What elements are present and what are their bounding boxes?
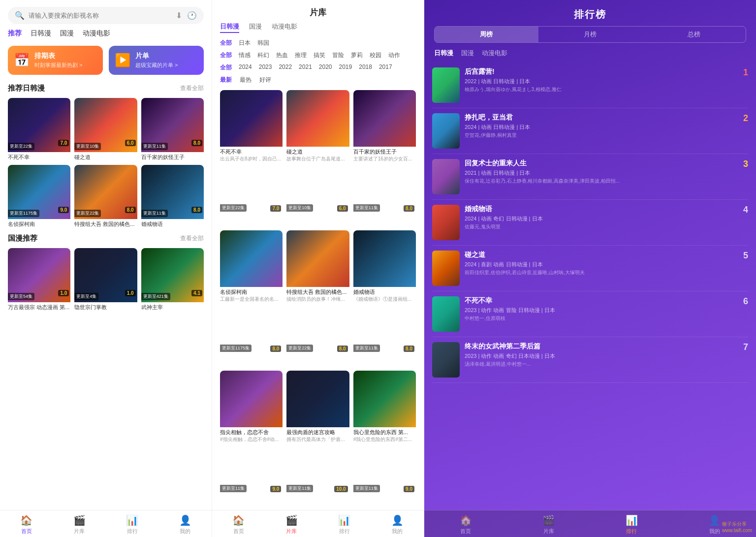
- left-nav-home[interactable]: 🏠 首页: [0, 514, 53, 535]
- recommended-see-all[interactable]: 查看全部: [180, 84, 204, 93]
- filter-scifi[interactable]: 科幻: [257, 51, 269, 60]
- history-icon[interactable]: 🕐: [187, 11, 197, 20]
- filter-action2[interactable]: 动作: [388, 51, 400, 60]
- list-item[interactable]: 挣扎吧，亚当君 2024 | 动画 日韩动漫 | 日本 空贺花,伊藤静,桐村真里…: [432, 108, 748, 154]
- list-item[interactable]: 更新至54集 1.0 万古最强宗 动态漫画 第...: [8, 248, 70, 311]
- filter-2019[interactable]: 2019: [339, 63, 352, 72]
- score-badge: 1.0: [58, 290, 69, 296]
- score-badge: 7.0: [270, 205, 281, 212]
- list-item[interactable]: 更新至11集 8.0 婚戒物语 《婚戒物语》①是漫画组...: [353, 230, 416, 367]
- anime-desc: 主要讲述了16岁的少女百...: [353, 156, 416, 162]
- tab-weekly[interactable]: 周榜: [435, 27, 538, 42]
- mine-label: 我的: [709, 528, 720, 535]
- tab-anime-movie[interactable]: 动漫电影: [83, 29, 110, 38]
- filter-mystery[interactable]: 推理: [295, 51, 307, 60]
- list-item[interactable]: 更新至11集 10.0 最强肉盾的迷宫攻略 拥有历代最高体力「护盾...: [286, 371, 349, 507]
- filter-comedy[interactable]: 搞笑: [314, 51, 325, 60]
- filter-2023[interactable]: 2023: [259, 63, 272, 72]
- type-domestic[interactable]: 国漫: [461, 49, 474, 58]
- list-item[interactable]: 更新至22集 7.0 不死不幸 出云风子在8岁时，因自己...: [220, 90, 283, 226]
- list-item[interactable]: 不死不幸 2023 | 动作 动画 冒险 日韩动漫 | 日本 中村悠一,住原萌枝…: [432, 291, 748, 337]
- left-nav-mine[interactable]: 👤 我的: [159, 514, 212, 535]
- playlist-icon: ▶️: [115, 53, 130, 68]
- list-item[interactable]: 更新至11集 9.0 指尖相触，恋恋不舍 #指尖相触，恋恋不舍#动...: [220, 371, 283, 507]
- rank-cast: 空贺花,伊藤静,桐村真里: [465, 132, 733, 139]
- filter-action[interactable]: 热血: [276, 51, 288, 60]
- filter-2021[interactable]: 2021: [299, 63, 312, 72]
- center-tabs: 日韩漫 国漫 动漫电影: [212, 22, 424, 37]
- rank-icon: 📊: [626, 514, 638, 526]
- left-nav-library[interactable]: 🎬 片库: [53, 514, 106, 535]
- filter-2020[interactable]: 2020: [319, 63, 332, 72]
- filter-loli[interactable]: 萝莉: [351, 51, 363, 60]
- list-item[interactable]: 更新至11集 8.0 百千家的妖怪王子: [141, 98, 204, 161]
- tab-domestic-center[interactable]: 国漫: [249, 22, 262, 33]
- tab-japanese[interactable]: 日韩漫: [31, 29, 51, 38]
- right-nav-library[interactable]: 🎬 片库: [507, 514, 591, 535]
- tab-total[interactable]: 总榜: [642, 27, 746, 42]
- list-item[interactable]: 更新至11集 8.0 婚戒物语: [141, 165, 204, 228]
- list-item[interactable]: 更新至22集 8.0 特搜组大吾 救国的橘色...: [74, 165, 137, 228]
- list-item[interactable]: 更新至4集 1.0 隐世宗门掌教: [74, 248, 137, 311]
- schedule-card[interactable]: 📅 排期表 时刻掌握最新热剧 >: [8, 46, 103, 75]
- filter-2017[interactable]: 2017: [379, 63, 392, 72]
- type-japanese[interactable]: 日韩漫: [434, 49, 453, 58]
- right-nav-home[interactable]: 🏠 首页: [424, 514, 507, 535]
- anime-desc: #指尖相触，恋恋不舍#动...: [220, 436, 283, 443]
- center-nav-rank[interactable]: 📊 排行: [318, 514, 371, 535]
- filter-korea[interactable]: 韩国: [257, 39, 269, 47]
- list-item[interactable]: 更新至11集 8.0 百千家的妖怪王子 主要讲述了16岁的少女百...: [353, 90, 416, 226]
- list-item[interactable]: 后宫露营! 2022 | 动画 日韩动漫 | 日本 柚原みう,堀向葵ゆか,風花ま…: [432, 63, 748, 108]
- anime-name: 不死不幸: [8, 154, 70, 161]
- list-item[interactable]: 更新至1175集 9.0 名侦探柯南: [8, 165, 70, 228]
- type-movie[interactable]: 动漫电影: [482, 49, 507, 58]
- list-item[interactable]: 更新至10集 6.0 碰之道: [74, 98, 137, 161]
- sort-hottest[interactable]: 最热: [240, 76, 252, 84]
- download-icon[interactable]: ⬇: [176, 11, 182, 20]
- tab-domestic[interactable]: 国漫: [60, 29, 74, 38]
- anime-desc: 工藤新一是全国著名的名...: [220, 296, 283, 303]
- playlist-title: 片单: [135, 52, 178, 61]
- playlist-card[interactable]: ▶️ 片单 超级宝藏的片单 >: [109, 46, 204, 75]
- list-item[interactable]: 碰之道 2024 | 喜剧 动画 日韩动漫 | 日本 前田佳织里,佐伯伊织,若山…: [432, 246, 748, 291]
- domestic-see-all[interactable]: 查看全部: [180, 234, 204, 243]
- tab-monthly[interactable]: 月榜: [538, 27, 642, 42]
- list-item[interactable]: 更新至11集 9.0 我心里危险的东西 第... #我心里危险的东西#第二...: [353, 371, 416, 507]
- tab-recommend[interactable]: 推荐: [8, 29, 22, 38]
- tab-japanese-center[interactable]: 日韩漫: [220, 22, 239, 33]
- list-item[interactable]: 更新至22集 7.0 不死不幸: [8, 98, 70, 161]
- sort-newest[interactable]: 最新: [220, 76, 232, 84]
- filter-japan[interactable]: 日本: [239, 39, 251, 47]
- update-badge: 更新至421集: [141, 293, 170, 300]
- list-item[interactable]: 更新至10集 6.0 碰之道 故事舞台位于广岛县尾道...: [286, 90, 349, 226]
- filter-2018[interactable]: 2018: [359, 63, 372, 72]
- search-input[interactable]: [29, 12, 172, 19]
- left-nav-rank[interactable]: 📊 排行: [106, 514, 159, 535]
- filter-2024[interactable]: 2024: [239, 63, 252, 72]
- sort-rated[interactable]: 好评: [259, 76, 271, 84]
- filter-all-year[interactable]: 全部: [220, 63, 232, 72]
- score-badge: 8.0: [270, 346, 281, 352]
- list-item[interactable]: 更新至421集 4.1 武神主宰: [141, 248, 204, 311]
- list-item[interactable]: 回复术士的重来人生 2021 | 动画 日韩动漫 | 日本 保住有花,辻谷彩乃,…: [432, 154, 748, 200]
- rank-meta: 2024 | 喜剧 动画 日韩动漫 | 日本: [465, 261, 733, 268]
- rank-name: 挣扎吧，亚当君: [465, 113, 733, 122]
- filter-adventure[interactable]: 冒险: [332, 51, 344, 60]
- right-nav-rank[interactable]: 📊 排行: [590, 514, 673, 535]
- list-item[interactable]: 更新至22集 8.0 特搜组大吾 救国的橘色... 描绘消防员的故事！冲绳...: [286, 230, 349, 367]
- schedule-title: 排期表: [34, 52, 82, 61]
- list-item[interactable]: 终末的女武神第二季后篇 2023 | 动作 动画 奇幻 日本动漫 | 日本 汤泽…: [432, 337, 748, 383]
- filter-emotion[interactable]: 情感: [239, 51, 251, 60]
- tab-movie-center[interactable]: 动漫电影: [272, 22, 297, 33]
- filter-campus[interactable]: 校园: [370, 51, 381, 60]
- list-item[interactable]: 更新至1175集 8.0 名侦探柯南 工藤新一是全国著名的名...: [220, 230, 283, 367]
- filter-2022[interactable]: 2022: [279, 63, 292, 72]
- center-nav-home[interactable]: 🏠 首页: [212, 514, 265, 535]
- filter-all-genre[interactable]: 全部: [220, 51, 232, 60]
- score-badge: 8.0: [337, 346, 348, 352]
- center-nav-library[interactable]: 🎬 片库: [265, 514, 318, 535]
- list-item[interactable]: 婚戒物语 2024 | 动画 奇幻 日韩动漫 | 日本 佐藤元,鬼头明里 4: [432, 200, 748, 246]
- center-nav-mine[interactable]: 👤 我的: [371, 514, 424, 535]
- filter-row-region: 全部 日本 韩国: [212, 37, 424, 49]
- filter-all[interactable]: 全部: [220, 39, 232, 47]
